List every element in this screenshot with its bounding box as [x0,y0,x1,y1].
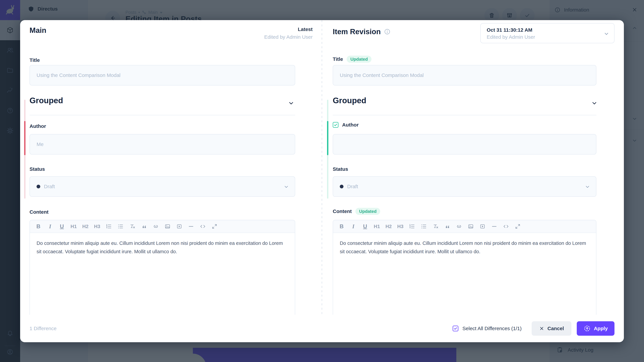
blockquote-button[interactable] [442,222,453,231]
content-editor-right: B I U H1 H2 H3 [333,220,596,327]
select-all-label: Select All Differences (1/1) [462,326,522,331]
content-field-label-right: Content [333,209,352,214]
chevron-down-icon [288,100,294,107]
video-button[interactable] [174,222,185,231]
author-field-row-right: Author [333,122,358,128]
editor-toolbar-right: B I U H1 H2 H3 [333,220,596,233]
edited-by-label: Edited by Admin User [264,34,312,40]
difference-count: 1 Difference [30,326,56,331]
author-field-label-right: Author [342,122,358,128]
chevron-down-icon [284,184,289,190]
h2-button[interactable]: H2 [383,222,394,231]
pane-main-heading: Main [30,26,46,34]
status-dot [36,185,40,188]
pane-divider [322,20,322,315]
title-field-row-right: Title Updated [333,56,372,63]
author-diff-checkbox[interactable] [333,122,338,128]
editor-toolbar-left: B I U H1 H2 H3 [30,220,295,233]
screen: Directus Posts • Main Editing Item in Po… [0,0,644,362]
status-select-left[interactable]: Draft [30,176,295,197]
link-button[interactable] [150,222,161,231]
code-button[interactable] [500,222,512,231]
h2-button[interactable]: H2 [80,222,91,231]
pane-main-meta: Latest Edited by Admin User [264,26,312,40]
revision-time: Oct 31 11:30:12 AM [487,27,608,33]
underline-button[interactable]: U [360,222,371,231]
author-diff-bar-right [327,121,328,155]
pane-revision-heading: Item Revision [333,27,381,36]
title-field-label-right: Title [333,56,343,62]
apply-button[interactable]: Apply [577,321,614,336]
group-divider-right [333,115,596,115]
status-field-label-left: Status [30,166,45,172]
italic-button[interactable]: I [348,222,359,231]
horizontal-rule-button[interactable] [489,222,500,231]
blockquote-button[interactable] [138,222,150,231]
content-field-row-right: Content Updated [333,208,380,215]
apply-button-label: Apply [594,326,608,331]
content-field-label-left: Content [30,209,48,215]
bullet-list-button[interactable] [418,222,429,231]
horizontal-rule-button[interactable] [186,222,196,231]
bold-button[interactable]: B [33,222,44,231]
close-icon [539,326,544,331]
status-value-left: Draft [44,184,55,189]
pane-revision: Item Revision Oct 31 11:30:12 AM Edited … [333,20,614,342]
ordered-list-button[interactable] [406,222,418,231]
group-heading-right: Grouped [333,96,366,105]
group-heading-left: Grouped [30,96,63,105]
author-diff-bar-left [24,121,26,155]
group-collapse-button-right[interactable] [591,100,598,107]
author-input-left[interactable]: Me [30,134,295,155]
status-field-label-right: Status [333,166,348,172]
pane-main: Main Latest Edited by Admin User Title U… [30,20,312,342]
version-label: Latest [264,26,312,32]
clear-format-button[interactable] [430,222,441,231]
author-input-right[interactable] [333,134,596,155]
h3-button[interactable]: H3 [395,222,406,231]
fullscreen-button[interactable] [209,222,220,231]
image-button[interactable] [162,222,173,231]
content-updated-badge: Updated [355,208,380,215]
chevron-down-icon [585,184,590,190]
clear-format-button[interactable] [127,222,138,231]
check-icon [334,123,338,127]
link-button[interactable] [454,222,464,231]
revision-edited-by: Edited by Admin User [487,34,608,40]
h3-button[interactable]: H3 [92,222,103,231]
revision-info-icon[interactable] [384,28,390,35]
content-comparison-modal: Main Latest Edited by Admin User Title U… [20,20,624,342]
italic-button[interactable]: I [44,222,56,231]
status-select-right[interactable]: Draft [333,176,596,197]
chevron-down-icon [591,100,598,107]
content-text-right[interactable]: Do consectetur minim aliquip aute eu. Ci… [333,233,596,262]
status-dot [340,185,344,188]
underline-button[interactable]: U [56,222,68,231]
title-input-left[interactable]: Using the Content Comparison Modal [30,65,295,85]
select-all-checkbox[interactable] [453,326,458,331]
image-button[interactable] [465,222,476,231]
title-input-right[interactable]: Using the Content Comparison Modal [333,65,596,85]
title-updated-badge: Updated [347,56,372,63]
revision-select[interactable]: Oct 31 11:30:12 AM Edited by Admin User [480,23,614,43]
modal-footer: 1 Difference Select All Differences (1/1… [20,315,624,342]
group-collapse-button-left[interactable] [288,100,294,107]
content-editor-left: B I U H1 H2 H3 [30,220,295,327]
group-divider-left [30,115,295,115]
chevron-down-icon [604,31,610,37]
fullscreen-button[interactable] [512,222,523,231]
bullet-list-button[interactable] [115,222,126,231]
content-text-left[interactable]: Do consectetur minim aliquip aute eu. Ci… [30,233,295,262]
ordered-list-button[interactable] [103,222,114,231]
author-field-label-left: Author [30,123,46,129]
title-field-label: Title [30,57,40,63]
cancel-button[interactable]: Cancel [532,321,571,336]
h1-button[interactable]: H1 [68,222,79,231]
h1-button[interactable]: H1 [371,222,382,231]
check-icon [454,327,458,331]
cancel-button-label: Cancel [548,326,564,331]
code-button[interactable] [197,222,208,231]
select-all-differences[interactable]: Select All Differences (1/1) [453,326,522,331]
bold-button[interactable]: B [336,222,347,231]
video-button[interactable] [477,222,488,231]
